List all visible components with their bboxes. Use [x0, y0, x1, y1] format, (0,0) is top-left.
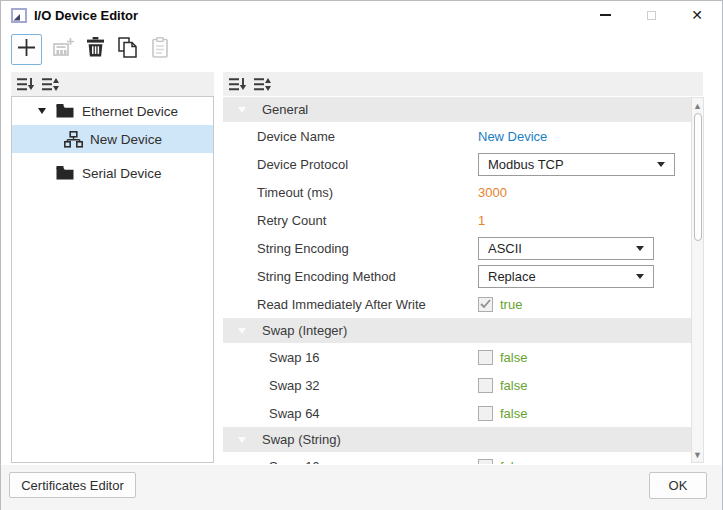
section-header-swap-string-[interactable]: Swap (String) [223, 427, 691, 452]
dropdown-string-encoding[interactable]: ASCII [478, 237, 654, 260]
checkbox-value-label: true [500, 297, 522, 312]
add-child-icon [53, 37, 75, 61]
tree-panel-toolbar [11, 72, 214, 96]
checkbox-value-label: false [500, 406, 527, 421]
maximize-icon [647, 11, 656, 20]
property-value: false [478, 343, 527, 371]
footer: Certificates Editor OK [1, 465, 722, 510]
property-label: Device Name [223, 129, 335, 144]
paste-device-button [149, 37, 170, 61]
vertical-scrollbar[interactable]: ▲ ▼ [691, 97, 704, 463]
chevron-down-icon [657, 162, 665, 167]
scroll-up-icon[interactable]: ▲ [692, 99, 703, 112]
checkbox-unchecked[interactable] [478, 350, 493, 365]
checkbox-unchecked[interactable] [478, 459, 493, 465]
minimize-icon [600, 14, 611, 16]
dropdown-string-encoding-method[interactable]: Replace [478, 265, 654, 288]
property-label: Swap 32 [223, 378, 320, 393]
value-text[interactable]: 1 [478, 213, 485, 228]
property-value: false [478, 452, 527, 464]
checkbox-unchecked[interactable] [478, 378, 493, 393]
collapse-all-icon[interactable] [229, 77, 247, 92]
section-collapse-icon [238, 107, 246, 113]
maximize-button [636, 1, 666, 29]
close-button[interactable]: ✕ [682, 1, 712, 29]
property-label: Swap 16 [223, 459, 320, 465]
checkbox-unchecked[interactable] [478, 406, 493, 421]
property-label: String Encoding [223, 241, 349, 256]
property-value: false [478, 371, 527, 399]
minimize-button[interactable] [590, 1, 620, 29]
checkbox-value-label: false [500, 378, 527, 393]
property-label: Device Protocol [223, 157, 348, 172]
checkbox-checked[interactable] [478, 297, 493, 312]
io-device-editor-dialog: I/O Device Editor ✕ [0, 0, 723, 510]
dropdown-value: ASCII [488, 241, 522, 256]
property-panel-toolbar [223, 72, 703, 96]
device-tree: Ethernet Device New Device Serial Device [11, 96, 214, 463]
property-row-swap-32: Swap 32false [223, 371, 691, 399]
close-icon: ✕ [691, 8, 703, 22]
section-collapse-icon [238, 328, 246, 334]
property-value: false [478, 399, 527, 427]
checkbox-value-label: false [500, 459, 527, 465]
property-value: Modbus TCP [478, 150, 675, 178]
property-label: Retry Count [223, 213, 326, 228]
copy-device-button[interactable] [117, 37, 138, 61]
property-grid: GeneralDevice NameNew DeviceDevice Proto… [223, 97, 691, 464]
delete-icon [87, 37, 104, 61]
tree-item-label: New Device [90, 132, 162, 147]
expander-down-icon[interactable] [38, 108, 56, 114]
add-icon [17, 38, 36, 61]
tree-item-label: Serial Device [82, 166, 162, 181]
value-text[interactable]: New Device [478, 129, 547, 144]
toolbar [11, 33, 170, 65]
property-value: Replace [478, 262, 654, 290]
property-label: Timeout (ms) [223, 185, 333, 200]
property-value: 3000 [478, 178, 507, 206]
property-value: 1 [478, 206, 485, 234]
expand-all-icon[interactable] [42, 77, 60, 92]
folder-icon [56, 103, 74, 119]
property-row-string-encoding: String EncodingASCII [223, 234, 691, 262]
tree-item-serial-device[interactable]: Serial Device [12, 159, 213, 187]
section-title: Swap (Integer) [262, 323, 347, 338]
property-label: String Encoding Method [223, 269, 396, 284]
scroll-down-icon[interactable]: ▼ [692, 448, 703, 461]
property-row-swap-16: Swap 16false [223, 452, 691, 464]
copy-icon [118, 37, 137, 62]
tree-item-ethernet-device[interactable]: Ethernet Device [12, 97, 213, 125]
expand-all-icon[interactable] [254, 77, 272, 92]
delete-device-button[interactable] [85, 37, 106, 61]
dropdown-device-protocol[interactable]: Modbus TCP [478, 153, 675, 176]
property-row-timeout-ms-: Timeout (ms)3000 [223, 178, 691, 206]
dropdown-value: Replace [488, 269, 536, 284]
tree-item-label: Ethernet Device [82, 104, 178, 119]
value-text[interactable]: 3000 [478, 185, 507, 200]
property-value: true [478, 290, 522, 318]
property-row-read-immediately-after-write: Read Immediately After Writetrue [223, 290, 691, 318]
app-logo-icon [11, 8, 27, 23]
certificates-editor-button[interactable]: Certificates Editor [9, 472, 136, 498]
add-device-button[interactable] [11, 34, 42, 65]
section-header-general[interactable]: General [223, 97, 691, 122]
property-value: ASCII [478, 234, 654, 262]
paste-icon [152, 37, 168, 62]
folder-icon [56, 165, 74, 181]
dropdown-value: Modbus TCP [488, 157, 564, 172]
section-header-swap-integer-[interactable]: Swap (Integer) [223, 318, 691, 343]
section-title: General [262, 102, 308, 117]
property-row-swap-64: Swap 64false [223, 399, 691, 427]
chevron-down-icon [636, 246, 644, 251]
property-label: Swap 64 [223, 406, 320, 421]
property-row-device-name: Device NameNew Device [223, 122, 691, 150]
network-device-icon [64, 131, 82, 147]
collapse-all-icon[interactable] [17, 77, 35, 92]
ok-button[interactable]: OK [649, 472, 707, 499]
tree-item-new-device[interactable]: New Device [12, 125, 213, 153]
add-child-device-button [53, 37, 74, 61]
property-label: Read Immediately After Write [223, 297, 426, 312]
scrollbar-thumb[interactable] [694, 113, 702, 241]
property-row-string-encoding-method: String Encoding MethodReplace [223, 262, 691, 290]
checkbox-value-label: false [500, 350, 527, 365]
